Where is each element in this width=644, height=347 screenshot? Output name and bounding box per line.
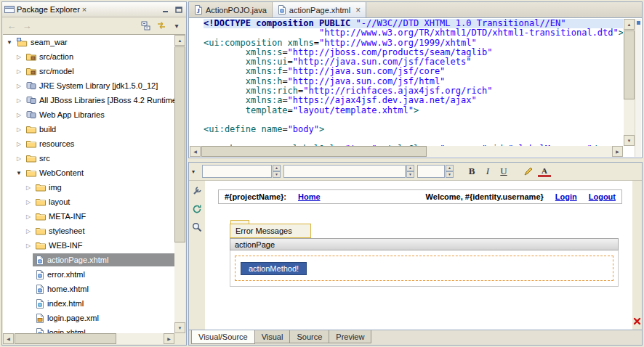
maximize-view-button[interactable] (173, 4, 184, 15)
view-tab-preview[interactable]: Preview (329, 330, 371, 343)
class-combo[interactable] (283, 165, 406, 178)
view-tab-source[interactable]: Source (289, 330, 329, 343)
tree-item-src-model[interactable]: ▷src/model (3, 64, 174, 78)
scrollbar-thumb[interactable] (201, 146, 427, 157)
tree-item-stylesheet[interactable]: ▷stylesheet (3, 224, 174, 238)
package-folder-icon (26, 52, 36, 61)
tree-item-src-action[interactable]: ▷src/action (3, 49, 174, 64)
tree-item-index-html[interactable]: index.html (3, 296, 174, 311)
collapsed-arrow-icon[interactable]: ▷ (15, 141, 23, 147)
tree-vertical-scrollbar[interactable]: ▲ ▼ (174, 35, 185, 333)
tree-item-layout[interactable]: ▷layout (3, 195, 174, 209)
collapsed-arrow-icon[interactable]: ▷ (24, 199, 33, 205)
collapsed-arrow-icon[interactable]: ▷ (15, 83, 23, 89)
tree-item-webcontent[interactable]: ▼WebContent (3, 166, 174, 180)
style-combo-spinner[interactable]: ▲▼ (273, 165, 281, 178)
font-color-icon[interactable]: A (538, 166, 551, 177)
back-button[interactable]: ← (5, 19, 18, 32)
action-page-panel-header[interactable]: actionPage (230, 238, 619, 250)
editor-tab-actionpojo-java[interactable]: JActionPOJO.java (189, 2, 273, 17)
source-horizontal-scrollbar[interactable]: ◀ ▶ (190, 146, 623, 157)
scroll-left-icon[interactable]: ◀ (190, 146, 201, 157)
tree-item-src[interactable]: ▷src (3, 151, 174, 166)
tree-item-build[interactable]: ▷build (3, 122, 174, 136)
source-vertical-scrollbar[interactable]: ▲ ▼ (624, 19, 635, 146)
error-messages-element[interactable]: Error Messages (230, 224, 311, 238)
link-with-editor-button[interactable] (155, 19, 168, 32)
refresh-icon[interactable] (190, 203, 204, 215)
expanded-arrow-icon[interactable]: ▼ (5, 39, 14, 46)
panel-title: actionPage (235, 240, 275, 249)
collapsed-arrow-icon[interactable]: ▷ (15, 54, 23, 60)
login-link[interactable]: Login (555, 192, 577, 201)
view-tab-visual-source[interactable]: Visual/Source (191, 330, 255, 344)
collapsed-arrow-icon[interactable]: ▷ (24, 228, 33, 234)
size-combo-spinner[interactable]: ▲▼ (446, 165, 454, 178)
tree-item-home-xhtml[interactable]: home.xhtml (3, 282, 174, 296)
scrollbar-thumb[interactable] (624, 30, 635, 99)
scroll-right-icon[interactable]: ▶ (612, 146, 623, 157)
collapse-all-button[interactable] (140, 19, 153, 32)
collapsed-arrow-icon[interactable]: ▷ (24, 184, 33, 191)
bold-button[interactable]: B (465, 165, 478, 178)
italic-button[interactable]: I (481, 165, 494, 178)
size-combo[interactable] (417, 165, 445, 178)
editor-tab-actionpage-xhtml[interactable]: actionPage.xhtml× (273, 2, 366, 17)
logout-link[interactable]: Logout (589, 192, 616, 201)
view-tab-visual[interactable]: Visual (254, 330, 291, 343)
style-combo[interactable] (202, 165, 272, 178)
forward-button[interactable]: → (20, 19, 33, 32)
view-menu-button[interactable]: ▾ (170, 19, 183, 32)
scroll-up-icon[interactable]: ▲ (174, 35, 185, 46)
red-cross-icon[interactable] (633, 317, 641, 327)
folder-icon (36, 226, 46, 235)
tree-item-all-jboss-libraries-jboss-4-2-runtime[interactable]: ▷All JBoss Libraries [JBoss 4.2 Runtime] (3, 93, 174, 107)
tree-item-login-xhtml[interactable]: login.xhtml (3, 325, 174, 333)
collapsed-arrow-icon[interactable]: ▷ (15, 155, 23, 162)
code-area[interactable]: <!DOCTYPE composition PUBLIC "-//W3C//DT… (204, 19, 623, 146)
package-explorer-tree[interactable]: ▼seam_war▷src/action▷src/model▷JRE Syste… (3, 35, 174, 333)
tree-item-login-page-xml[interactable]: login.page.xml (3, 311, 174, 325)
visual-canvas[interactable]: #{projectName}: Home Welcome, #{identity… (205, 181, 632, 330)
scroll-right-icon[interactable]: ▶ (164, 333, 174, 344)
tree-item-resources[interactable]: ▷resources (3, 136, 174, 151)
view-close-icon[interactable]: × (82, 5, 86, 14)
tree-item-actionpage-xhtml[interactable]: actionPage.xhtml (3, 253, 174, 267)
collapsed-arrow-icon[interactable]: ▷ (15, 112, 23, 118)
collapsed-arrow-icon[interactable]: ▷ (24, 213, 33, 220)
tree-item-error-xhtml[interactable]: error.xhtml (3, 267, 174, 282)
collapsed-arrow-icon[interactable]: ▷ (24, 242, 33, 249)
scroll-left-icon[interactable]: ◀ (3, 333, 14, 344)
scroll-down-icon[interactable]: ▼ (624, 135, 635, 146)
tree-item-meta-inf[interactable]: ▷META-INF (3, 209, 174, 224)
tree-item-img[interactable]: ▷img (3, 180, 174, 195)
tree-item-web-inf[interactable]: ▷WEB-INF (3, 238, 174, 253)
collapsed-arrow-icon[interactable]: ▷ (15, 126, 23, 133)
source-editor[interactable]: <!DOCTYPE composition PUBLIC "-//W3C//DT… (188, 17, 643, 158)
toolbar-collapse-icon[interactable]: ▾ (192, 168, 199, 175)
close-tab-icon[interactable]: × (355, 5, 361, 15)
underline-button[interactable]: U (497, 165, 510, 178)
tree-item-jre-system-library-jdk1-5-0-12[interactable]: ▷JRE System Library [jdk1.5.0_12] (3, 78, 174, 93)
collapsed-arrow-icon[interactable]: ▷ (15, 97, 23, 104)
action-method-button[interactable]: actionMethod! (241, 262, 307, 275)
highlight-pen-icon[interactable] (522, 165, 535, 178)
xml-file-icon (36, 314, 44, 323)
preferences-wrench-icon[interactable] (190, 185, 204, 197)
tree-item-web-app-libraries[interactable]: ▷Web App Libraries (3, 107, 174, 122)
scrollbar-thumb[interactable] (15, 333, 116, 344)
tree-item-label: actionPage.xhtml (47, 256, 108, 264)
tree-item-label: build (39, 125, 56, 134)
collapsed-arrow-icon[interactable]: ▷ (15, 68, 23, 75)
tree-item-seam-war[interactable]: ▼seam_war (3, 35, 174, 49)
code-line: "http://www.w3.org/TR/xhtml1/DTD/xhtml1-… (204, 28, 623, 38)
minimize-view-button[interactable] (160, 4, 171, 15)
expanded-arrow-icon[interactable]: ▼ (15, 170, 23, 176)
home-link[interactable]: Home (298, 192, 321, 201)
tree-horizontal-scrollbar[interactable]: ◀ ▶ (3, 333, 174, 344)
scroll-down-icon[interactable]: ▼ (174, 322, 185, 333)
class-combo-spinner[interactable]: ▲▼ (406, 165, 414, 178)
zoom-icon[interactable] (190, 221, 204, 233)
scroll-up-icon[interactable]: ▲ (624, 19, 635, 30)
scrollbar-thumb[interactable] (174, 46, 185, 242)
